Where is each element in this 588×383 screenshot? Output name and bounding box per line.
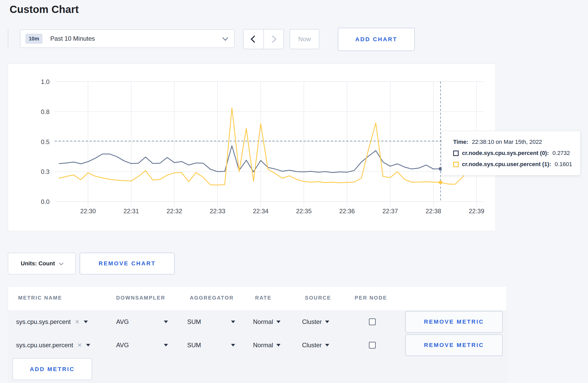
per-node-checkbox[interactable] — [369, 342, 376, 349]
add-chart-button[interactable]: ADD CHART — [338, 28, 415, 51]
x-axis-tick-label: 22:38 — [425, 208, 441, 215]
downsampler-select[interactable]: AVG — [116, 339, 168, 351]
x-axis-tick-label: 22:34 — [253, 208, 268, 215]
downsampler-select[interactable]: AVG — [116, 316, 168, 328]
series-sys-swatch-icon — [453, 151, 459, 156]
caret-down-icon — [164, 344, 168, 346]
caret-down-icon — [325, 321, 329, 323]
tooltip-series-label: cr.node.sys.cpu.user.percent (1): — [462, 161, 551, 168]
y-axis-tick-label: 0.0 — [41, 198, 50, 205]
source-select[interactable]: Cluster — [302, 316, 329, 328]
rate-select[interactable]: Normal — [253, 316, 281, 328]
remove-chart-button[interactable]: REMOVE CHART — [80, 253, 175, 274]
tooltip-time-value: 22:38:10 on Mar 15th, 2022 — [472, 139, 542, 145]
caret-down-icon — [325, 344, 329, 346]
time-nav-group — [243, 29, 284, 49]
clear-metric-icon[interactable]: × — [75, 318, 79, 325]
aggregator-select[interactable]: SUM — [187, 339, 235, 351]
series-line — [59, 108, 484, 185]
remove-metric-button[interactable]: REMOVE METRIC — [405, 311, 503, 333]
x-axis-tick-label: 22:32 — [166, 208, 182, 215]
tooltip-time-row: Time: 22:38:10 on Mar 15th, 2022 — [453, 139, 576, 145]
column-header-aggregator: AGGREGATOR — [190, 295, 234, 301]
caret-down-icon — [231, 344, 235, 346]
x-axis-tick-label: 22:31 — [123, 208, 139, 215]
aggregator-select[interactable]: SUM — [187, 316, 235, 328]
series-user-swatch-icon — [453, 162, 459, 167]
chart-tooltip: Time: 22:38:10 on Mar 15th, 2022 cr.node… — [442, 131, 580, 175]
x-axis-tick-label: 22:36 — [339, 208, 355, 215]
caret-down-icon — [84, 321, 88, 323]
aggregator-value: SUM — [187, 342, 201, 349]
caret-down-icon — [164, 321, 168, 323]
y-axis-tick-label: 0.5 — [41, 138, 50, 145]
tooltip-series-row: cr.node.sys.cpu.sys.percent (0): 0.2732 — [453, 150, 576, 157]
chart-card: 0.00.30.50.81.022:3022:3122:3222:3322:34… — [8, 63, 496, 231]
series-line — [59, 146, 484, 173]
rate-select[interactable]: Normal — [253, 339, 281, 351]
tooltip-series-value: 0.2732 — [552, 150, 570, 157]
chevron-right-icon — [269, 36, 276, 43]
rate-value: Normal — [253, 318, 273, 325]
clear-metric-icon[interactable]: × — [78, 342, 82, 349]
caret-down-icon — [276, 344, 281, 346]
column-header-downsampler: DOWNSAMPLER — [116, 295, 165, 301]
remove-metric-button[interactable]: REMOVE METRIC — [405, 334, 503, 356]
time-range-label: Past 10 Minutes — [50, 35, 223, 42]
y-axis-tick-label: 1.0 — [41, 78, 50, 85]
x-axis-tick-label: 22:37 — [382, 208, 398, 215]
y-axis-tick-label: 0.8 — [41, 108, 50, 115]
hover-point-dot — [439, 181, 442, 184]
source-select[interactable]: Cluster — [302, 339, 329, 351]
tooltip-series-value: 0.1601 — [555, 161, 572, 168]
caret-down-icon — [86, 344, 90, 346]
time-forward-button[interactable] — [263, 30, 284, 49]
metric-name-label: sys.cpu.user.percent — [16, 342, 73, 349]
now-button[interactable]: Now — [290, 29, 319, 49]
units-label: Units: Count — [21, 260, 55, 267]
per-node-checkbox[interactable] — [369, 318, 376, 325]
tooltip-series-label: cr.node.sys.cpu.sys.percent (0): — [462, 150, 549, 157]
tooltip-time-label: Time: — [453, 139, 468, 145]
chevron-down-icon — [59, 261, 63, 265]
chevron-left-icon — [251, 36, 258, 43]
caret-down-icon — [276, 321, 281, 323]
column-header-per-node: PER NODE — [355, 295, 387, 301]
time-back-button[interactable] — [244, 30, 263, 49]
chevron-down-icon — [222, 35, 228, 41]
tooltip-series-row: cr.node.sys.cpu.user.percent (1): 0.1601 — [453, 161, 576, 168]
downsampler-value: AVG — [116, 342, 129, 349]
x-axis-tick-label: 22:33 — [210, 208, 225, 215]
x-axis-tick-label: 22:30 — [80, 208, 96, 215]
column-header-source: SOURCE — [305, 295, 331, 301]
metric-name-dropdown[interactable]: sys.cpu.user.percent × — [16, 339, 90, 351]
rate-value: Normal — [253, 342, 273, 349]
x-axis-tick-label: 22:39 — [469, 208, 484, 215]
metric-name-dropdown[interactable]: sys.cpu.sys.percent × — [16, 316, 88, 328]
time-range-badge: 10m — [25, 34, 43, 44]
metric-name-label: sys.cpu.sys.percent — [16, 318, 71, 325]
column-header-metric-name: METRIC NAME — [18, 295, 62, 301]
add-metric-button[interactable]: ADD METRIC — [12, 358, 92, 380]
y-axis-tick-label: 0.3 — [41, 168, 50, 175]
column-header-rate: RATE — [255, 295, 271, 301]
chart-svg[interactable]: 0.00.30.50.81.022:3022:3122:3222:3322:34… — [8, 64, 495, 230]
downsampler-value: AVG — [116, 318, 129, 325]
toolbar-divider — [8, 29, 8, 48]
source-value: Cluster — [302, 342, 322, 349]
units-dropdown[interactable]: Units: Count — [8, 253, 76, 274]
page-title: Custom Chart — [10, 4, 79, 15]
aggregator-value: SUM — [187, 318, 201, 325]
caret-down-icon — [231, 321, 235, 323]
x-axis-tick-label: 22:35 — [296, 208, 312, 215]
source-value: Cluster — [302, 318, 322, 325]
time-range-dropdown[interactable]: 10m Past 10 Minutes — [20, 29, 235, 48]
